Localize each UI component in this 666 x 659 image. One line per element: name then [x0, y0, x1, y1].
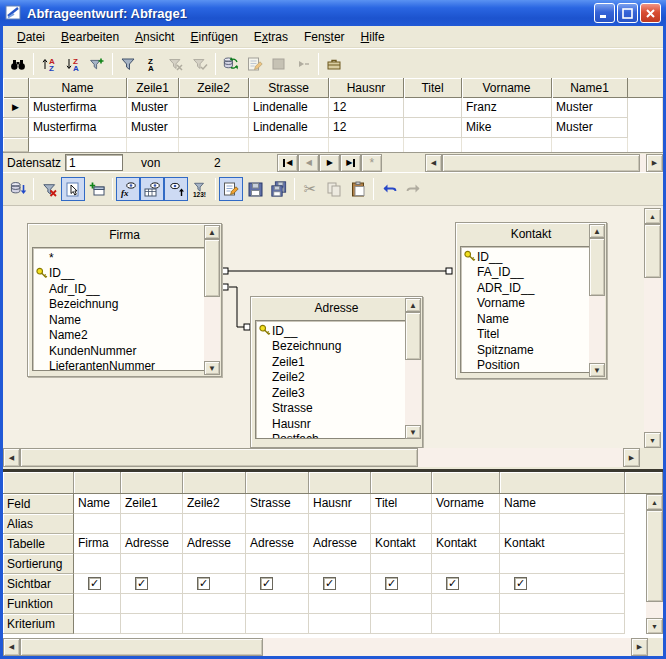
briefcase-button[interactable]: [322, 52, 346, 76]
field-row[interactable]: Bezeichnung: [33, 297, 198, 313]
alias-cell[interactable]: [246, 514, 309, 534]
kriterium-cell[interactable]: [121, 614, 183, 634]
scroll-up-icon[interactable]: ▲: [204, 225, 220, 239]
menu-item-hilfe[interactable]: Hilfe: [353, 28, 393, 46]
grid-cell[interactable]: Muster: [127, 98, 179, 118]
query-grid-vscrollbar[interactable]: ▲ ▼: [646, 494, 663, 634]
remove-filter-button[interactable]: [37, 177, 61, 201]
field-row[interactable]: Zeile2: [256, 370, 399, 386]
field-row[interactable]: Name: [461, 311, 583, 327]
checkbox-checked-icon[interactable]: ✓: [197, 577, 210, 590]
kriterium-cell[interactable]: [74, 614, 121, 634]
grid-cell[interactable]: [404, 98, 462, 118]
close-button[interactable]: [640, 3, 661, 23]
record-selector[interactable]: [3, 118, 29, 138]
tabelle-cell[interactable]: Firma: [74, 534, 121, 554]
grid-cell[interactable]: 12: [329, 98, 404, 118]
column-header[interactable]: Vorname: [462, 78, 552, 98]
tabelle-cell[interactable]: Adresse: [183, 534, 246, 554]
sortierung-cell[interactable]: [309, 554, 371, 574]
field-row[interactable]: ID__: [33, 266, 198, 282]
sortierung-cell[interactable]: [121, 554, 183, 574]
title-bar[interactable]: Abfrageentwurf: Abfrage1: [0, 0, 666, 26]
grid-cell[interactable]: Muster: [552, 98, 628, 118]
field-row[interactable]: Adr_ID__: [33, 281, 198, 297]
sortierung-cell[interactable]: [371, 554, 432, 574]
field-row[interactable]: ADR_ID__: [461, 280, 583, 296]
feld-cell[interactable]: Name: [74, 494, 121, 514]
scroll-left-icon[interactable]: ◀: [425, 154, 442, 172]
sortierung-cell[interactable]: [432, 554, 500, 574]
grid-cell[interactable]: Lindenalle: [249, 118, 329, 138]
show-table-names-button[interactable]: [140, 177, 164, 201]
add-table-button[interactable]: [85, 177, 109, 201]
checkbox-checked-icon[interactable]: ✓: [514, 577, 527, 590]
show-functions-button[interactable]: fx: [116, 177, 140, 201]
checkbox-checked-icon[interactable]: ✓: [135, 577, 148, 590]
table-box-kontakt[interactable]: Kontakt ID__ FA_ID__ ADR_ID__ Vorname Na…: [455, 222, 607, 379]
feld-cell[interactable]: Strasse: [246, 494, 309, 514]
kriterium-cell[interactable]: [432, 614, 500, 634]
grid-cell[interactable]: [404, 118, 462, 138]
qcol-header[interactable]: [183, 472, 246, 493]
copy-button[interactable]: [322, 177, 346, 201]
column-header[interactable]: Hausnr: [329, 78, 404, 98]
feld-cell[interactable]: Titel: [371, 494, 432, 514]
alias-cell[interactable]: [500, 514, 625, 534]
field-row[interactable]: Spitzname: [461, 342, 583, 358]
checkbox-checked-icon[interactable]: ✓: [88, 577, 101, 590]
record-number-input[interactable]: 1: [65, 154, 123, 171]
grid-cell[interactable]: Lindenalle: [249, 98, 329, 118]
kriterium-cell[interactable]: [309, 614, 371, 634]
show-sort-button[interactable]: [164, 177, 188, 201]
database-down-button[interactable]: [6, 177, 30, 201]
feld-cell[interactable]: Zeile2: [183, 494, 246, 514]
column-header[interactable]: Name1: [552, 78, 628, 98]
kriterium-cell[interactable]: [246, 614, 309, 634]
qcol-header[interactable]: [246, 472, 309, 493]
undo-button[interactable]: [377, 177, 401, 201]
field-row[interactable]: LieferantenNummer: [33, 359, 198, 372]
kriterium-cell[interactable]: [500, 614, 625, 634]
grid-cell[interactable]: [179, 98, 249, 118]
previous-record-button[interactable]: ◀: [298, 154, 319, 172]
alias-cell[interactable]: [371, 514, 432, 534]
sortierung-cell[interactable]: [500, 554, 625, 574]
filter-delete-button[interactable]: [164, 52, 188, 76]
query-design-canvas[interactable]: Firma * ID__ Adr_ID__ Bezeichnung Name N…: [3, 205, 663, 448]
field-row[interactable]: Titel: [461, 327, 583, 343]
field-list-scrollbar[interactable]: ▲ ▼: [204, 225, 220, 375]
next-record-button[interactable]: ▶: [319, 154, 340, 172]
field-row[interactable]: Bezeichnung: [256, 339, 399, 355]
field-row[interactable]: ID__: [461, 249, 583, 265]
checkbox-checked-icon[interactable]: ✓: [446, 577, 459, 590]
table-title[interactable]: Kontakt: [456, 223, 606, 245]
field-row[interactable]: ID__: [256, 323, 399, 339]
sort-descending-button[interactable]: ZA: [61, 52, 85, 76]
picture-button[interactable]: [267, 52, 291, 76]
menu-item-fenster[interactable]: Fenster: [296, 28, 353, 46]
sichtbar-cell[interactable]: ✓: [371, 574, 432, 594]
filter-apply-button[interactable]: [188, 52, 212, 76]
tabelle-cell[interactable]: Adresse: [309, 534, 371, 554]
field-row[interactable]: Name: [33, 312, 198, 328]
scroll-right-icon[interactable]: ▶: [631, 638, 648, 656]
qcol-header[interactable]: [121, 472, 183, 493]
sort-za-button[interactable]: ZA: [140, 52, 164, 76]
field-row[interactable]: Strasse: [256, 401, 399, 417]
maximize-button[interactable]: [617, 3, 638, 23]
grid-cell[interactable]: Muster: [552, 118, 628, 138]
field-row[interactable]: Zeile1: [256, 354, 399, 370]
field-row[interactable]: FA_ID__: [461, 265, 583, 281]
qcol-header[interactable]: [371, 472, 432, 493]
alias-cell[interactable]: [309, 514, 371, 534]
tabelle-cell[interactable]: Kontakt: [500, 534, 625, 554]
scroll-down-icon[interactable]: ▼: [644, 432, 661, 448]
kriterium-cell[interactable]: [183, 614, 246, 634]
alias-cell[interactable]: [121, 514, 183, 534]
field-list-scrollbar[interactable]: ▲ ▼: [405, 298, 421, 439]
grid-cell[interactable]: Franz: [462, 98, 552, 118]
field-row[interactable]: Vorname: [461, 296, 583, 312]
checkbox-checked-icon[interactable]: ✓: [260, 577, 273, 590]
feld-cell[interactable]: Vorname: [432, 494, 500, 514]
